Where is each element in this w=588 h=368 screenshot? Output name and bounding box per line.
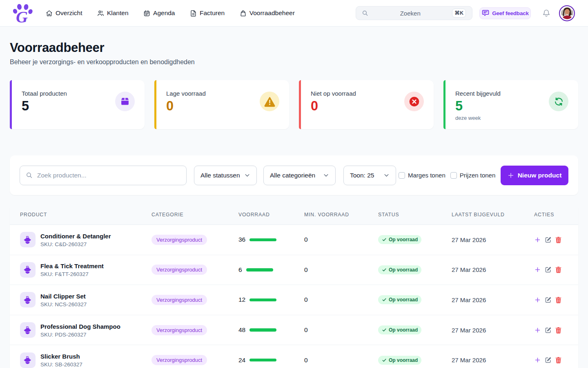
svg-text:G: G: [16, 8, 28, 26]
